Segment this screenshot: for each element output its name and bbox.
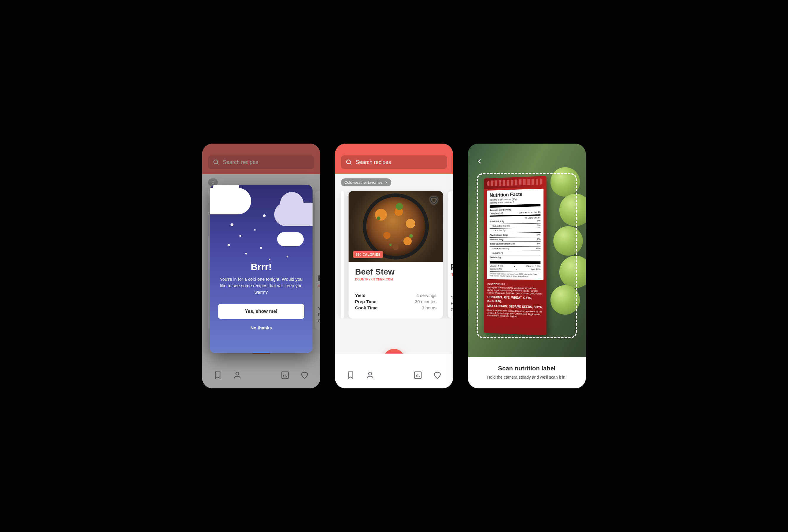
search-input[interactable]: Search recipes: [341, 156, 447, 169]
search-placeholder: Search recipes: [356, 159, 391, 165]
contains: CONTAINS: RYE, WHEAT, OATS, (GLUTEN).: [487, 295, 543, 304]
tab-bookmarks[interactable]: [346, 371, 355, 380]
nutrition-label: Nutrition Facts Serving Size 2 Slices (3…: [487, 189, 543, 280]
svg-point-9: [347, 160, 350, 164]
chip-cold-weather[interactable]: Cold weather favorites ✕: [341, 179, 391, 186]
modal-no-button[interactable]: No thanks: [251, 325, 272, 330]
meta-cook: Cook Time3 hours: [355, 305, 436, 310]
calories-badge: 650 CALORIES: [353, 251, 383, 258]
meta-prep: Prep Time30 minutes: [355, 299, 436, 304]
recipe-source[interactable]: COUNTRYKITCHEN.COM: [355, 278, 436, 281]
filter-chips: Cold weather favorites ✕: [335, 174, 453, 186]
modal-title: Brrr!: [251, 262, 272, 272]
recipe-card-peek-left[interactable]: [341, 191, 344, 319]
modal-text: You're in for a cold one tonight. Would …: [218, 276, 304, 295]
back-button[interactable]: [474, 156, 486, 167]
scan-title: Scan nutrition label: [474, 365, 580, 372]
box-top: [484, 176, 547, 189]
nutrition-row: Trans Fat 0g: [490, 228, 540, 232]
recipe-meta-peek: Y P C: [451, 294, 453, 313]
screen-recipe-list: Search recipes Cold weather favorites ✕ …: [335, 144, 453, 388]
nutrition-row: Total Carbohydrate 19g6%: [490, 242, 540, 246]
ingredients-text: INGREDIENTS: Wholegrain Rye Flour (52%),…: [484, 281, 547, 321]
favorite-button[interactable]: [429, 195, 439, 205]
scan-frame: Nutrition Facts Serving Size 2 Slices (3…: [477, 173, 577, 338]
recipe-title-peek: F: [451, 263, 453, 272]
modal-yes-button[interactable]: Yes, show me!: [218, 304, 304, 319]
screen-weather-modal: Search recipes C F IT Y P C: [202, 144, 320, 388]
nutrition-heading: Nutrition Facts: [490, 191, 540, 198]
weather-modal: Brrr! You're in for a cold one tonight. …: [210, 185, 313, 353]
recipe-title: Beef Stew: [355, 267, 436, 277]
nutrition-row: Sugars 7g: [490, 251, 540, 255]
tab-stats[interactable]: [413, 371, 422, 380]
meta-yield: Yield4 servings: [355, 293, 436, 298]
recipe-source-peek: IT: [451, 273, 453, 276]
made-in: Made in England from local and imported …: [487, 309, 543, 319]
search-icon: [346, 159, 352, 165]
chip-remove-icon[interactable]: ✕: [385, 181, 388, 185]
modal-illustration: [210, 185, 313, 262]
header: Search recipes: [335, 144, 453, 174]
nutrition-row: Saturated Fat 0g0%: [490, 224, 540, 228]
vitamin-row: Calcium 2%•Iron 10%: [490, 268, 540, 271]
nutrition-disclaimer: *Percent Daily Values are based on a 2,0…: [490, 273, 540, 278]
nutrition-row: Total Fat 1.5g2%: [490, 219, 540, 224]
recipe-image: 650 CALORIES: [349, 191, 443, 262]
chip-label: Cold weather favorites: [344, 180, 382, 185]
svg-line-10: [350, 163, 352, 165]
recipe-card[interactable]: 650 CALORIES Beef Stew COUNTRYKITCHEN.CO…: [349, 191, 443, 319]
may-contain: MAY CONTAIN: SESAME SEEDS, SOYA.: [487, 304, 543, 309]
recipe-meta: Yield4 servings Prep Time30 minutes Cook…: [355, 293, 436, 310]
heart-icon: [429, 195, 439, 205]
recipe-card-peek-right[interactable]: F IT Y P C: [448, 191, 453, 319]
nutrition-row: Cholesterol 0mg0%: [490, 233, 540, 237]
screen-scan-label: Nutrition Facts Serving Size 2 Slices (3…: [468, 144, 586, 388]
scan-footer: Scan nutrition label Hold the camera ste…: [468, 357, 586, 388]
recipe-carousel[interactable]: 650 CALORIES Beef Stew COUNTRYKITCHEN.CO…: [335, 186, 453, 319]
recipe-body: Beef Stew COUNTRYKITCHEN.COM Yield4 serv…: [349, 262, 443, 319]
nutrition-row: Dietary Fiber 4g16%: [490, 247, 540, 250]
chevron-left-icon: [476, 158, 484, 165]
product-box: Nutrition Facts Serving Size 2 Slices (3…: [484, 176, 547, 335]
nutrition-row: Sodium 5mg0%: [490, 238, 540, 241]
scan-subtitle: Hold the camera steady and we'll scan it…: [474, 375, 580, 380]
tab-bar: [335, 359, 453, 388]
svg-point-13: [369, 372, 372, 375]
nutrition-row: Protein 3g: [490, 256, 540, 259]
modal-body: Brrr! You're in for a cold one tonight. …: [210, 262, 313, 353]
tab-favorites[interactable]: [433, 371, 442, 380]
stew-illustration: [366, 197, 425, 256]
tab-profile[interactable]: [366, 371, 375, 380]
